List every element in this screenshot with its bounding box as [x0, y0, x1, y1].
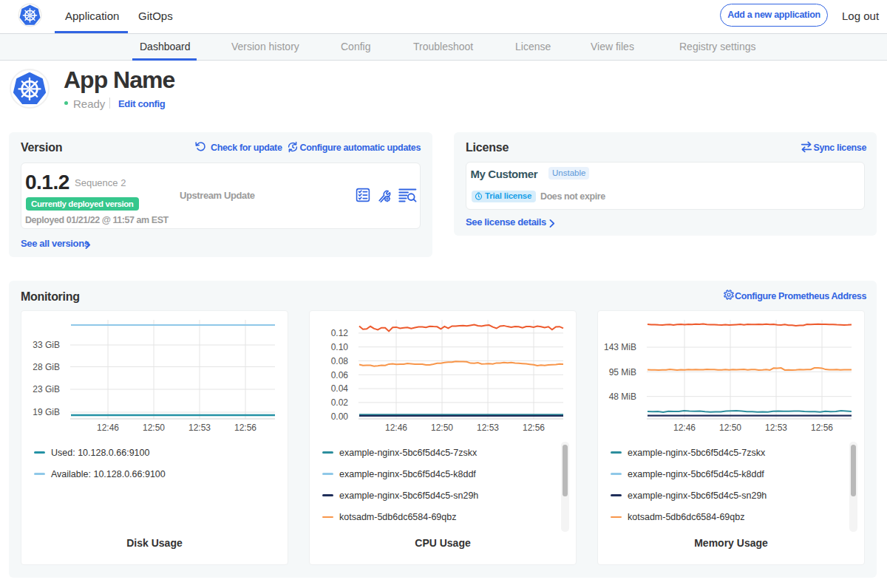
svg-text:0.04: 0.04 [331, 383, 349, 394]
svg-text:12:50: 12:50 [143, 423, 165, 433]
svg-text:95 MiB: 95 MiB [609, 367, 636, 377]
svg-text:12:46: 12:46 [385, 423, 407, 433]
svg-text:19 GiB: 19 GiB [33, 407, 60, 417]
svg-text:12:53: 12:53 [188, 423, 211, 433]
svg-text:0.08: 0.08 [331, 356, 349, 366]
svg-text:12:50: 12:50 [719, 423, 741, 433]
svg-text:0.00: 0.00 [331, 411, 349, 422]
svg-text:12:56: 12:56 [523, 423, 545, 433]
svg-text:33 GiB: 33 GiB [33, 340, 60, 350]
svg-text:0.06: 0.06 [331, 370, 349, 380]
svg-text:12:46: 12:46 [673, 423, 696, 433]
svg-text:48 MiB: 48 MiB [609, 392, 636, 402]
svg-text:143 MiB: 143 MiB [604, 342, 636, 352]
svg-text:23 GiB: 23 GiB [33, 384, 60, 394]
svg-text:12:53: 12:53 [477, 423, 499, 433]
svg-text:0.10: 0.10 [331, 342, 349, 352]
svg-text:12:56: 12:56 [234, 423, 256, 433]
svg-text:12:46: 12:46 [97, 423, 119, 433]
svg-text:12:56: 12:56 [811, 423, 833, 433]
svg-text:28 GiB: 28 GiB [33, 362, 60, 372]
svg-text:12:53: 12:53 [765, 423, 787, 433]
svg-text:12:50: 12:50 [431, 423, 453, 433]
svg-text:0.02: 0.02 [331, 397, 349, 408]
svg-text:0.12: 0.12 [331, 328, 349, 338]
